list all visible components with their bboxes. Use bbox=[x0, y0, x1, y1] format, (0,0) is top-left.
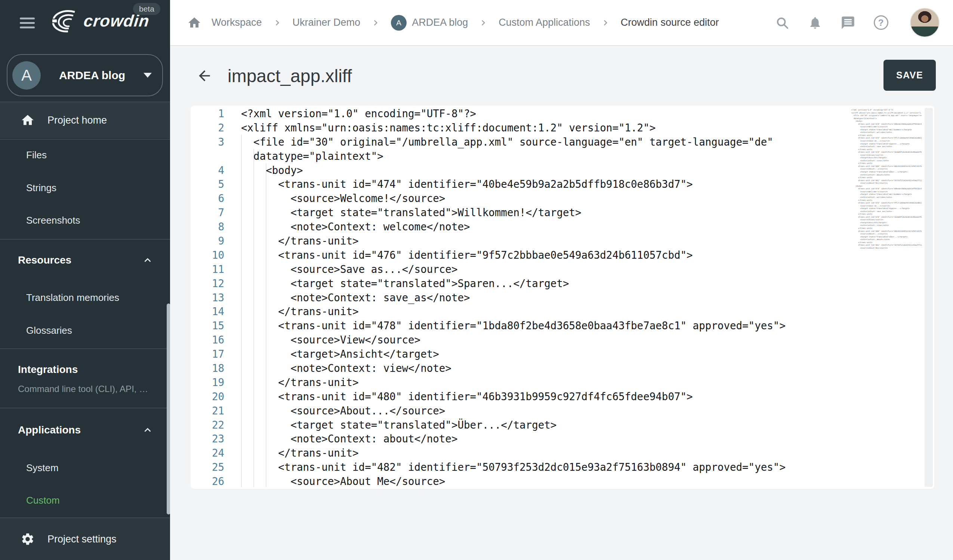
sidebar-item-project-home[interactable]: Project home bbox=[0, 102, 170, 138]
code-line[interactable]: 11 <source>Save as...</source> bbox=[191, 263, 934, 277]
sidebar-item-custom[interactable]: Custom bbox=[26, 489, 60, 512]
line-number: 3 bbox=[191, 135, 224, 149]
line-number: 17 bbox=[191, 347, 224, 361]
search-icon[interactable] bbox=[775, 15, 790, 30]
code-line[interactable]: 14 </trans-unit> bbox=[191, 305, 934, 319]
breadcrumb-project-label: ARDEA blog bbox=[412, 17, 468, 28]
chevron-right-icon bbox=[478, 17, 489, 28]
line-number: 13 bbox=[191, 291, 224, 305]
sidebar-section-integrations[interactable]: Integrations bbox=[18, 358, 78, 381]
code-text: <target state="translated">Willkommen!</… bbox=[241, 206, 582, 218]
breadcrumb-custom-applications[interactable]: Custom Applications bbox=[498, 17, 590, 28]
code-text: <?xml version="1.0" encoding="UTF-8"?> bbox=[241, 108, 476, 119]
line-number: 1 bbox=[191, 107, 224, 121]
code-text: <body> bbox=[241, 164, 303, 176]
line-number: 20 bbox=[191, 390, 224, 404]
gear-icon bbox=[20, 532, 36, 546]
line-number: 4 bbox=[191, 164, 224, 178]
divider bbox=[0, 348, 170, 349]
line-number: 23 bbox=[191, 432, 224, 446]
project-selector[interactable]: A ARDEA blog bbox=[7, 54, 163, 96]
beta-badge: beta bbox=[133, 3, 160, 15]
sidebar-item-translation-memories[interactable]: Translation memories bbox=[26, 286, 119, 309]
code-line[interactable]: 18 <note>Context: view</note> bbox=[191, 361, 934, 376]
line-number: 22 bbox=[191, 418, 224, 432]
user-avatar[interactable] bbox=[910, 8, 939, 37]
code-text: <xliff xmlns="urn:oasis:names:tc:xliff:d… bbox=[241, 122, 655, 134]
divider bbox=[0, 239, 170, 240]
chevron-down-icon bbox=[143, 73, 152, 78]
minimap[interactable]: <?xml version="1.0" encoding="UTF-8"?> <… bbox=[851, 109, 922, 269]
code-line[interactable]: 4 <body> bbox=[191, 164, 934, 178]
code-line[interactable]: 26 <source>About Me</source> bbox=[191, 475, 934, 489]
sidebar-item-project-settings[interactable]: Project settings bbox=[0, 518, 170, 560]
sidebar-item-label: Project home bbox=[48, 114, 107, 126]
sidebar-item-strings[interactable]: Strings bbox=[26, 176, 56, 199]
code-line[interactable]: 8 <note>Context: welcome</note> bbox=[191, 220, 934, 234]
code-line[interactable]: 13 <note>Context: save_as</note> bbox=[191, 291, 934, 305]
code-line[interactable]: 7 <target state="translated">Willkommen!… bbox=[191, 206, 934, 220]
code-text: <trans-unit id="482" identifier="50793f2… bbox=[241, 461, 785, 473]
code-line[interactable]: 17 <target>Ansicht</target> bbox=[191, 347, 934, 361]
code-line[interactable]: 3 <file id="30" original="/umbrella_app.… bbox=[191, 135, 934, 149]
code-line[interactable]: 21 <source>About...</source> bbox=[191, 404, 934, 418]
project-avatar-small: A bbox=[391, 15, 407, 31]
chevron-up-icon[interactable] bbox=[141, 424, 154, 436]
code-line[interactable]: 5 <trans-unit id="474" identifier="40be4… bbox=[191, 177, 934, 192]
integrations-subtitle: Command line tool (CLI), API, … bbox=[18, 380, 148, 398]
sidebar-item-system[interactable]: System bbox=[26, 456, 59, 479]
main-content: impact_app.xliff SAVE 1<?xml version="1.… bbox=[170, 46, 953, 560]
breadcrumb-ardea-blog[interactable]: A ARDEA blog bbox=[391, 15, 468, 31]
code-line[interactable]: 2<xliff xmlns="urn:oasis:names:tc:xliff:… bbox=[191, 121, 934, 135]
code-line[interactable]: 24 </trans-unit> bbox=[191, 446, 934, 460]
code-text: <source>About...</source> bbox=[241, 405, 445, 417]
chevron-right-icon bbox=[272, 17, 283, 28]
sidebar-item-screenshots[interactable]: Screenshots bbox=[26, 209, 80, 232]
code-line[interactable]: 22 <target state="translated">Über...</t… bbox=[191, 418, 934, 432]
code-line[interactable]: 23 <note>Context: about</note> bbox=[191, 432, 934, 446]
code-line[interactable]: 9 </trans-unit> bbox=[191, 234, 934, 248]
code-line[interactable]: datatype="plaintext"> bbox=[191, 149, 934, 164]
line-number: 24 bbox=[191, 446, 224, 460]
code-line[interactable]: 19 </trans-unit> bbox=[191, 376, 934, 390]
code-line[interactable]: 6 <source>Welcome!</source> bbox=[191, 192, 934, 206]
code-text: <source>Welcome!</source> bbox=[241, 192, 445, 204]
breadcrumb-workspace[interactable]: Workspace bbox=[211, 17, 262, 28]
editor-scrollbar[interactable] bbox=[925, 108, 933, 487]
chevron-up-icon[interactable] bbox=[141, 254, 154, 266]
file-title-row: impact_app.xliff SAVE bbox=[170, 46, 953, 106]
line-number: 7 bbox=[191, 206, 224, 220]
code-line[interactable]: 12 <target state="translated">Sparen...<… bbox=[191, 277, 934, 291]
code-text: </trans-unit> bbox=[241, 235, 359, 247]
breadcrumb-current-page: Crowdin source editor bbox=[621, 17, 719, 28]
sidebar-section-applications[interactable]: Applications bbox=[18, 419, 81, 441]
code-line[interactable]: 16 <source>View</source> bbox=[191, 333, 934, 347]
code-line[interactable]: 15 <trans-unit id="478" identifier="1bda… bbox=[191, 319, 934, 333]
line-number: 15 bbox=[191, 319, 224, 333]
code-text: <trans-unit id="474" identifier="40be4e5… bbox=[241, 178, 693, 190]
help-icon[interactable]: ? bbox=[874, 15, 888, 30]
sidebar-item-files[interactable]: Files bbox=[26, 144, 47, 166]
notifications-bell-icon[interactable] bbox=[808, 15, 823, 30]
code-text: datatype="plaintext"> bbox=[241, 150, 383, 162]
code-text: <trans-unit id="480" identifier="46b3931… bbox=[241, 390, 693, 402]
project-avatar: A bbox=[12, 61, 41, 90]
hamburger-menu-icon[interactable] bbox=[20, 17, 35, 29]
code-text: <source>About Me</source> bbox=[241, 475, 445, 487]
workspace-home-icon[interactable] bbox=[187, 15, 202, 30]
code-editor[interactable]: 1<?xml version="1.0" encoding="UTF-8"?>2… bbox=[191, 106, 934, 489]
chat-icon[interactable] bbox=[841, 15, 855, 30]
code-text: <file id="30" original="/umbrella_app.xm… bbox=[241, 136, 773, 148]
save-button[interactable]: SAVE bbox=[883, 60, 936, 91]
code-line[interactable]: 1<?xml version="1.0" encoding="UTF-8"?> bbox=[191, 107, 934, 121]
code-text: <target state="translated">Sparen...</ta… bbox=[241, 277, 569, 289]
sidebar-section-resources[interactable]: Resources bbox=[18, 249, 71, 271]
code-line[interactable]: 10 <trans-unit id="476" identifier="9f57… bbox=[191, 248, 934, 263]
code-line[interactable]: 25 <trans-unit id="482" identifier="5079… bbox=[191, 460, 934, 475]
sidebar-item-glossaries[interactable]: Glossaries bbox=[26, 319, 72, 342]
code-text: <trans-unit id="478" identifier="1bda80f… bbox=[241, 320, 785, 331]
breadcrumb-ukrainer-demo[interactable]: Ukrainer Demo bbox=[293, 17, 361, 28]
code-line[interactable]: 20 <trans-unit id="480" identifier="46b3… bbox=[191, 390, 934, 404]
back-arrow-icon[interactable] bbox=[196, 68, 213, 84]
line-number: 11 bbox=[191, 263, 224, 277]
